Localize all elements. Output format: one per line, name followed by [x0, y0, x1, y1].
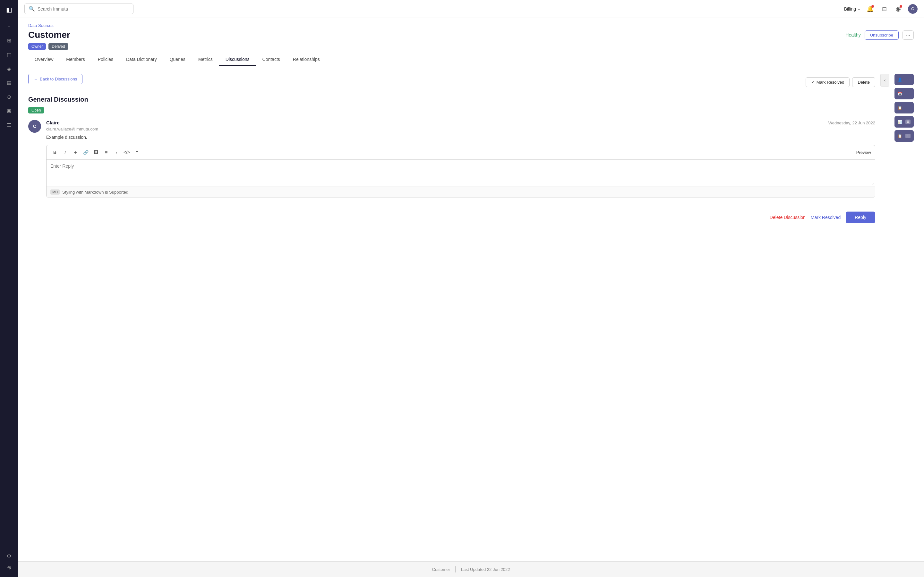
wifi-icon[interactable]: ◉: [894, 5, 903, 13]
tab-members[interactable]: Members: [60, 53, 91, 66]
back-btn-label: Back to Discussions: [40, 77, 77, 81]
wifi-dot: [900, 5, 902, 8]
mark-resolved-top-label: Mark Resolved: [817, 80, 845, 85]
panel-calendar-badge: ···: [908, 92, 911, 95]
chart-icon: 📊: [898, 120, 902, 124]
editor-footer: MD Styling with Markdown is Supported.: [47, 187, 875, 197]
notification-bell-icon[interactable]: 🔔: [866, 5, 875, 13]
list-panel-icon: 📋: [898, 134, 902, 138]
more-options-button[interactable]: ⋯: [903, 31, 914, 40]
tab-data-dictionary[interactable]: Data Dictionary: [120, 53, 163, 66]
reply-button[interactable]: Reply: [846, 211, 875, 223]
panel-calendar[interactable]: 📅 ···: [895, 88, 914, 99]
collapse-panel-button[interactable]: ‹: [880, 74, 889, 87]
page-header: Data Sources Customer Healthy Unsubscrib…: [18, 18, 924, 66]
sidebar-icon-help[interactable]: ⊕: [3, 562, 15, 573]
editor-toolbar: B I T 🔗 🖼 ≡ ⋮ </> ❝ Preview: [47, 145, 875, 160]
page-content: Data Sources Customer Healthy Unsubscrib…: [18, 18, 924, 561]
panel-clipboard[interactable]: 📋 ···: [895, 102, 914, 113]
bold-button[interactable]: B: [50, 148, 59, 157]
tabs-nav: Overview Members Policies Data Dictionar…: [28, 53, 914, 66]
tab-queries[interactable]: Queries: [163, 53, 192, 66]
notification-dot: [871, 5, 874, 8]
panel-list-badge: 1: [905, 134, 911, 138]
user-avatar[interactable]: C: [908, 4, 918, 14]
tab-discussions[interactable]: Discussions: [219, 53, 256, 66]
app-logo-icon[interactable]: ◧: [3, 4, 15, 15]
footer-divider: [455, 566, 456, 572]
breadcrumb[interactable]: Data Sources: [28, 23, 914, 28]
ordered-list-button[interactable]: ⋮: [112, 148, 121, 157]
chevron-icon: ⌄: [857, 7, 861, 11]
search-icon: 🔍: [29, 6, 35, 12]
tab-contacts[interactable]: Contacts: [256, 53, 286, 66]
link-button[interactable]: 🔗: [81, 148, 90, 157]
sidebar-icon-folder[interactable]: ◫: [3, 49, 15, 60]
delete-discussion-button[interactable]: Delete Discussion: [770, 215, 806, 220]
owner-tag: Owner: [28, 43, 46, 50]
tab-overview[interactable]: Overview: [28, 53, 60, 66]
reply-editor: B I T 🔗 🖼 ≡ ⋮ </> ❝ Preview: [46, 145, 875, 197]
discussion-area: ← Back to Discussions ✓ Mark Resolved De…: [18, 66, 924, 561]
sidebar-icon-users[interactable]: ⊙: [3, 91, 15, 103]
comment-avatar: C: [28, 120, 41, 133]
markdown-icon: MD: [50, 189, 60, 195]
page-footer: Customer Last Updated 22 Jun 2022: [18, 561, 924, 577]
status-badge: Healthy: [845, 32, 861, 37]
open-status-badge: Open: [28, 107, 44, 113]
discussion-actions: ✓ Mark Resolved Delete: [806, 77, 875, 87]
discussion-main: ← Back to Discussions ✓ Mark Resolved De…: [28, 74, 875, 554]
right-panels: 👤 ··· 📅 ··· 📋 ··· 📊 0 📋 1: [895, 74, 914, 554]
comment-text: Example discussion.: [46, 135, 875, 140]
sidebar-icon-key[interactable]: ⌘: [3, 105, 15, 117]
image-button[interactable]: 🖼: [91, 148, 100, 157]
panel-person[interactable]: 👤 ···: [895, 74, 914, 85]
comment-block: C Claire Wednesday, 22 Jun 2022 claire.w…: [28, 120, 875, 204]
mark-resolved-bottom-button[interactable]: Mark Resolved: [811, 215, 841, 220]
billing-label: Billing: [844, 6, 856, 11]
tab-policies[interactable]: Policies: [91, 53, 120, 66]
sidebar-icon-layers[interactable]: ⊞: [3, 35, 15, 46]
sidebar-icon-terminal[interactable]: ▤: [3, 77, 15, 89]
page-header-actions: Healthy Unsubscribe ⋯: [845, 31, 914, 40]
bottom-actions: Delete Discussion Mark Resolved Reply: [28, 211, 875, 223]
calendar-icon: 📅: [898, 92, 902, 96]
sidebar: ◧ + ⊞ ◫ ◈ ▤ ⊙ ⌘ ☰ ⚙ ⊕: [0, 0, 18, 577]
strikethrough-button[interactable]: T: [71, 148, 80, 157]
battery-icon[interactable]: ⊟: [880, 5, 889, 13]
sidebar-icon-settings[interactable]: ⚙: [3, 550, 15, 562]
code-button[interactable]: </>: [122, 148, 131, 157]
reply-textarea[interactable]: [47, 160, 875, 185]
search-input[interactable]: [37, 6, 129, 11]
sidebar-icon-shield[interactable]: ◈: [3, 63, 15, 74]
panel-clipboard-badge: ···: [908, 106, 911, 110]
comment-author: Claire: [46, 120, 60, 125]
markdown-support-text: Styling with Markdown is Supported.: [62, 190, 129, 195]
footer-source-name: Customer: [432, 567, 450, 572]
back-to-discussions-button[interactable]: ← Back to Discussions: [28, 74, 82, 84]
panel-chart-badge: 0: [905, 119, 911, 124]
billing-selector[interactable]: Billing ⌄: [844, 6, 861, 11]
tab-relationships[interactable]: Relationships: [286, 53, 326, 66]
comment-email: claire.wallace@immuta.com: [46, 127, 875, 131]
preview-button[interactable]: Preview: [856, 150, 871, 155]
tab-metrics[interactable]: Metrics: [192, 53, 219, 66]
panel-chart[interactable]: 📊 0: [895, 116, 914, 127]
discussion-header-row: ← Back to Discussions ✓ Mark Resolved De…: [28, 74, 875, 91]
sidebar-icon-list[interactable]: ☰: [3, 119, 15, 131]
panel-person-badge: ···: [908, 77, 911, 81]
checkmark-icon: ✓: [811, 80, 814, 85]
unordered-list-button[interactable]: ≡: [102, 148, 111, 157]
search-box[interactable]: 🔍: [24, 3, 134, 14]
comment-body: Claire Wednesday, 22 Jun 2022 claire.wal…: [46, 120, 875, 204]
mark-resolved-top-button[interactable]: ✓ Mark Resolved: [806, 77, 850, 87]
delete-top-button[interactable]: Delete: [852, 77, 875, 87]
italic-button[interactable]: I: [61, 148, 69, 157]
topbar-right: Billing ⌄ 🔔 ⊟ ◉ C: [844, 4, 918, 14]
sidebar-icon-plus[interactable]: +: [3, 21, 15, 32]
unsubscribe-button[interactable]: Unsubscribe: [865, 31, 899, 40]
quote-button[interactable]: ❝: [132, 148, 142, 157]
derived-tag: Derived: [48, 43, 68, 50]
panel-list[interactable]: 📋 1: [895, 130, 914, 142]
tags-row: Owner Derived: [28, 43, 914, 50]
